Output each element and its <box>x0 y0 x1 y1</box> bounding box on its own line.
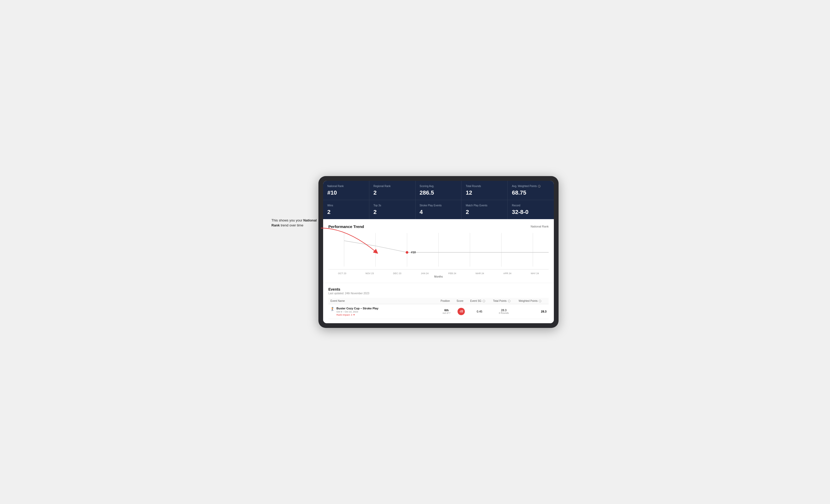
col-event-name: Event Name <box>328 298 439 304</box>
events-table-header: Event Name Position Score Event SG i Tot… <box>328 298 549 304</box>
event-name-main: Buster Cozy Cup – Stroke Play <box>337 307 379 310</box>
x-label-feb24: FEB 24 <box>439 272 466 275</box>
outer-wrapper: This shows you your National Rank trend … <box>272 176 558 328</box>
x-axis-title: Months <box>328 275 549 280</box>
stat-scoring-avg: Scoring Avg. 286.5 <box>416 181 462 200</box>
stat-label-match-play: Match Play Events <box>466 204 503 207</box>
stat-value-national-rank: #10 <box>327 190 365 196</box>
stat-value-scoring-avg: 286.5 <box>420 190 457 196</box>
stat-label-regional-rank: Regional Rank <box>374 184 411 188</box>
stat-label-national-rank: National Rank <box>327 184 365 188</box>
chart-rank-label: #10 <box>411 251 416 254</box>
stat-label-avg-weighted: Avg. Weighted Points i <box>512 184 550 188</box>
stats-header-row2: Wins 2 Top 3s 2 Stroke Play Events 4 Mat… <box>323 200 554 219</box>
events-table: Event Name Position Score Event SG i Tot… <box>328 298 549 319</box>
events-section: Events Last updated: 24th November 2023 … <box>323 283 554 323</box>
stat-avg-weighted: Avg. Weighted Points i 68.75 <box>508 181 554 200</box>
rank-impact: Rank Impact: 3 ▼ <box>337 313 379 316</box>
golf-icon: 🏌️ <box>330 307 335 311</box>
col-event-sg: Event SG i <box>468 298 491 304</box>
x-label-nov23: NOV 23 <box>356 272 384 275</box>
stat-label-total-rounds: Total Rounds <box>466 184 503 188</box>
total-points-info-icon: i <box>508 300 511 302</box>
total-points-cell: 28.3 3 Rounds <box>491 304 516 319</box>
stat-match-play: Match Play Events 2 <box>461 200 508 219</box>
x-label-jan24: JAN 24 <box>411 272 439 275</box>
stat-value-stroke-play: 4 <box>420 209 457 215</box>
stat-label-stroke-play: Stroke Play Events <box>420 204 457 207</box>
annotation-arrow <box>316 226 384 257</box>
position-value: 6th <box>441 309 452 312</box>
stat-value-top3s: 2 <box>374 209 411 215</box>
stat-label-top3s: Top 3s <box>374 204 411 207</box>
stat-label-scoring-avg: Scoring Avg. <box>420 184 457 188</box>
event-date: Oct 9 – Oct 10, 2023 <box>337 310 379 313</box>
x-label-oct23: OCT 23 <box>328 272 356 275</box>
event-name-cell: 🏌️ Buster Cozy Cup – Stroke Play Oct 9 –… <box>328 304 439 319</box>
perf-axis-label: National Rank <box>531 225 549 228</box>
col-total-points: Total Points i <box>491 298 516 304</box>
score-badge: -22 <box>457 308 465 315</box>
stats-header-row1: National Rank #10 Regional Rank 2 Scorin… <box>323 181 554 200</box>
stat-value-wins: 2 <box>327 209 365 215</box>
x-label-may24: MAY 24 <box>521 272 549 275</box>
stat-value-match-play: 2 <box>466 209 503 215</box>
stat-regional-rank: Regional Rank 2 <box>369 181 416 200</box>
score-cell: -22 <box>454 304 468 319</box>
stat-total-rounds: Total Rounds 12 <box>461 181 508 200</box>
events-last-updated: Last updated: 24th November 2023 <box>328 292 549 295</box>
stat-stroke-play: Stroke Play Events 4 <box>416 200 462 219</box>
stat-wins: Wins 2 <box>323 200 369 219</box>
avg-weighted-info-icon: i <box>538 185 541 188</box>
stat-value-record: 32-8-0 <box>512 209 550 215</box>
stat-top3s: Top 3s 2 <box>369 200 416 219</box>
x-axis: OCT 23 NOV 23 DEC 23 JAN 24 FEB 24 MAR 2… <box>328 271 549 275</box>
event-sg-cell: 0.45 <box>468 304 491 319</box>
stat-record: Record 32-8-0 <box>508 200 554 219</box>
total-points-value: 28.3 <box>493 309 514 312</box>
weighted-points-info-icon: i <box>539 300 541 302</box>
event-sg-info-icon: i <box>483 300 485 302</box>
stat-national-rank: National Rank #10 <box>323 181 369 200</box>
weighted-points-cell: 28.3 <box>516 304 549 319</box>
table-row: 🏌️ Buster Cozy Cup – Stroke Play Oct 9 –… <box>328 304 549 319</box>
stat-value-regional-rank: 2 <box>374 190 411 196</box>
stat-value-total-rounds: 12 <box>466 190 503 196</box>
x-label-dec23: DEC 23 <box>383 272 411 275</box>
stat-value-avg-weighted: 68.75 <box>512 190 550 196</box>
chart-dot <box>406 251 408 254</box>
col-position: Position <box>439 298 454 304</box>
stat-label-wins: Wins <box>327 204 365 207</box>
x-label-apr24: APR 24 <box>493 272 521 275</box>
events-title: Events <box>328 287 549 292</box>
col-score: Score <box>454 298 468 304</box>
rank-impact-arrow: ▼ <box>353 313 355 316</box>
col-weighted-points: Weighted Points i <box>516 298 549 304</box>
position-cell: 6th out of 7 <box>439 304 454 319</box>
position-sub: out of 7 <box>441 312 452 314</box>
total-points-sub: 3 Rounds <box>493 312 514 314</box>
weighted-points-value: 28.3 <box>541 310 547 313</box>
x-label-mar24: MAR 24 <box>466 272 494 275</box>
stat-label-record: Record <box>512 204 550 207</box>
